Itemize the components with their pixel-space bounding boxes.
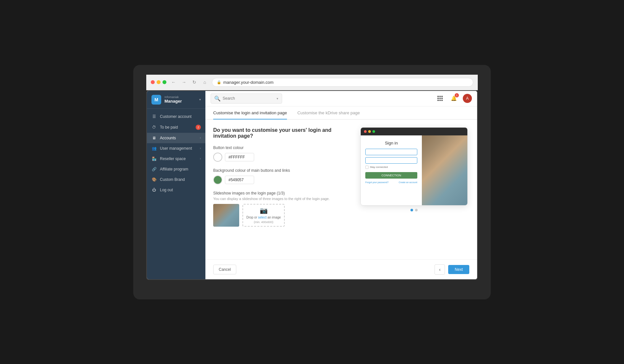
traffic-lights <box>151 80 166 84</box>
search-icon: 🔍 <box>214 95 221 102</box>
slideshow-sublabel: You can display a slideshow of three ima… <box>213 197 351 201</box>
bg-colour-swatch[interactable] <box>213 175 222 184</box>
sidebar-item-to-be-paid[interactable]: ⏱ To be paid 2 <box>147 122 205 133</box>
preview-tl-yellow <box>368 130 371 133</box>
browser-nav: ← → ↻ ⌂ <box>170 78 209 86</box>
preview-dot-1[interactable] <box>410 209 413 211</box>
button-text-colour-swatch[interactable] <box>213 153 222 162</box>
upload-link[interactable]: select <box>258 216 266 219</box>
back-button[interactable]: ← <box>170 78 177 86</box>
preview-slideshow-image <box>422 135 467 205</box>
sidebar-item-user-management[interactable]: 👥 User management › <box>147 143 205 154</box>
preview-checkbox-row: Stay connected <box>365 166 417 169</box>
sidebar-brand: Infomaniak Manager <box>164 95 182 104</box>
sidebar-label-affiliate-program: Affiliate program <box>160 167 188 171</box>
search-input[interactable] <box>223 96 275 101</box>
traffic-light-yellow[interactable] <box>157 80 161 84</box>
sidebar-item-reseller-space[interactable]: 🏪 Reseller space › <box>147 154 205 164</box>
tabs-bar: Customise the login and invitation page … <box>205 107 477 119</box>
sidebar-item-log-out[interactable]: ⏻ Log out <box>147 185 205 195</box>
traffic-light-green[interactable] <box>162 80 166 84</box>
bg-colour-input[interactable] <box>225 176 254 184</box>
content-area: Do you want to customise your users' log… <box>205 119 477 259</box>
sidebar-header[interactable]: M Infomaniak Manager ▾ <box>147 91 205 109</box>
preview-password-field <box>365 157 417 164</box>
search-box[interactable]: 🔍 ▾ <box>211 94 282 104</box>
button-text-colour-group: Button text colour <box>213 145 351 162</box>
accounts-arrow-icon: › <box>200 136 201 140</box>
address-bar[interactable]: 🔒 manager.your-domain.com <box>212 78 473 87</box>
bg-colour-label: Background colour of main buttons and li… <box>213 168 351 173</box>
sidebar-label-customer-account: Customer account <box>160 114 191 119</box>
footer-right: ‹ Next <box>435 264 469 275</box>
bg-colour-group: Background colour of main buttons and li… <box>213 168 351 184</box>
button-text-colour-label: Button text colour <box>213 145 351 150</box>
sidebar-item-custom-brand[interactable]: 🎨 Custom Brand <box>147 174 205 185</box>
preview-sign-in-label: Sign in <box>385 141 398 145</box>
preview-tl-red <box>364 130 367 133</box>
form-section: Do you want to customise your users' log… <box>213 127 351 252</box>
image-upload-row: 📷 Drop or select an image (min. 400x600) <box>213 204 351 227</box>
slideshow-group: Slideshow images on the login page (1/3)… <box>213 191 351 227</box>
log-out-icon: ⏻ <box>151 188 157 192</box>
preview-dot-2[interactable] <box>415 209 418 211</box>
sidebar: M Infomaniak Manager ▾ ☰ Customer accoun… <box>147 91 205 279</box>
notification-badge: 1 <box>455 93 459 97</box>
user-management-arrow-icon: › <box>200 146 201 150</box>
preview-tl-green <box>372 130 375 133</box>
tab-kdrive-page[interactable]: Customise the kDrive share page <box>297 107 360 119</box>
slideshow-label: Slideshow images on the login page (1/3) <box>213 191 351 195</box>
traffic-light-red[interactable] <box>151 80 155 84</box>
sidebar-label-custom-brand: Custom Brand <box>160 177 185 182</box>
sidebar-brand-name: Manager <box>164 99 182 104</box>
button-text-colour-input[interactable] <box>225 153 254 161</box>
preview-browser-bar <box>361 128 467 135</box>
search-dropdown-icon: ▾ <box>277 97 278 100</box>
preview-dots <box>410 209 418 211</box>
accounts-icon: 🖥 <box>151 136 157 140</box>
upload-subtext: (min. 400x600) <box>254 220 273 224</box>
preview-create-account: Create an account <box>399 181 417 183</box>
user-management-icon: 👥 <box>151 146 157 151</box>
content-footer: Cancel ‹ Next <box>205 259 477 279</box>
preview-browser: Sign in Stay connected CONNECTION <box>360 127 468 206</box>
preview-body: Sign in Stay connected CONNECTION <box>361 135 467 205</box>
sidebar-label-reseller-space: Reseller space <box>160 157 186 161</box>
sidebar-logo: M <box>151 95 161 105</box>
form-title: Do you want to customise your users' log… <box>213 127 351 139</box>
prev-button[interactable]: ‹ <box>435 264 445 275</box>
image-thumb-inner <box>213 204 239 227</box>
cancel-button[interactable]: Cancel <box>213 265 236 274</box>
url-text: manager.your-domain.com <box>223 80 274 85</box>
tab-login-page[interactable]: Customise the login and invitation page <box>213 107 287 119</box>
home-button[interactable]: ⌂ <box>201 78 209 86</box>
preview-checkbox <box>365 166 369 169</box>
button-text-colour-row <box>213 153 351 162</box>
sidebar-item-accounts[interactable]: 🖥 Accounts › <box>147 133 205 143</box>
preview-username-field <box>365 149 417 155</box>
top-bar-right: 🔔 1 A <box>436 94 472 103</box>
to-be-paid-icon: ⏱ <box>151 125 157 130</box>
preview-links: Forgot your password? Create an account <box>365 181 417 183</box>
sidebar-item-affiliate-program[interactable]: 🔗 Affiliate program <box>147 164 205 174</box>
preview-stay-connected: Stay connected <box>370 166 388 169</box>
notifications-icon[interactable]: 🔔 1 <box>449 94 458 103</box>
next-button[interactable]: Next <box>448 265 469 274</box>
sidebar-label-log-out: Log out <box>160 188 173 192</box>
refresh-button[interactable]: ↻ <box>190 78 198 86</box>
browser-chrome: ← → ↻ ⌂ 🔒 manager.your-domain.com <box>146 75 478 90</box>
preview-forgot-password: Forgot your password? <box>365 181 389 183</box>
grid-icon[interactable] <box>436 94 445 103</box>
camera-icon: 📷 <box>260 207 268 214</box>
image-upload-box[interactable]: 📷 Drop or select an image (min. 400x600) <box>242 204 285 227</box>
laptop-frame: ← → ↻ ⌂ 🔒 manager.your-domain.com M Info… <box>133 65 491 299</box>
avatar[interactable]: A <box>463 94 472 103</box>
sidebar-nav: ☰ Customer account ⏱ To be paid 2 🖥 Acco… <box>147 109 205 279</box>
image-thumb-1[interactable] <box>213 204 239 227</box>
forward-button[interactable]: → <box>180 78 188 86</box>
to-be-paid-badge: 2 <box>196 125 201 130</box>
sidebar-brand-sub: Infomaniak <box>164 95 182 99</box>
sidebar-item-customer-account[interactable]: ☰ Customer account <box>147 111 205 122</box>
reseller-space-arrow-icon: › <box>200 157 201 160</box>
lock-icon: 🔒 <box>217 80 221 84</box>
